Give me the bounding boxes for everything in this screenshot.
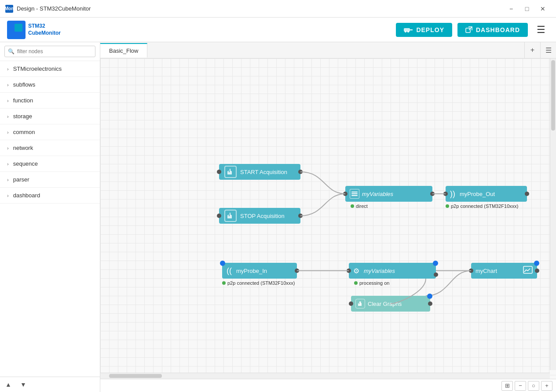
search-icon: 🔍 [8,48,15,54]
tab-basic-flow[interactable]: Basic_Flow [100,43,147,58]
node-myvariables-top[interactable]: myVariables [345,186,432,202]
main-layout: 🔍 › STMicroelectronics › subflows › func… [0,42,556,392]
right-port[interactable] [525,192,529,196]
status-dot [354,281,358,285]
app-icon: Mon [5,5,13,13]
sidebar-item-function[interactable]: › function [0,93,100,109]
node-clear-graphs[interactable]: Clear Graphs [351,296,430,312]
node-myvariables-bottom[interactable]: ⚙ myVariables [349,263,436,279]
left-port[interactable] [349,301,353,306]
sidebar-item-sequence[interactable]: › sequence [0,156,100,172]
node-myprobe-in[interactable]: (( myProbe_In [222,263,297,279]
hand-small-icon [355,299,365,309]
sidebar-item-label: dashboard [13,192,40,199]
svg-rect-2 [404,28,410,32]
status-text: p2p connected (STM32F10xxx) [451,203,518,209]
window-controls: − □ ✕ [503,2,551,15]
sidebar-item-stmicroelectronics[interactable]: › STMicroelectronics [0,61,100,77]
tab-bar: Basic_Flow + ☰ [100,42,556,58]
sidebar-item-subflows[interactable]: › subflows [0,77,100,93]
sidebar-up-button[interactable]: ▲ [2,379,15,390]
arrow-icon: › [7,193,9,198]
blue-dot-vars-bottom[interactable] [433,261,438,266]
arrow-icon: › [7,161,9,167]
hscroll-thumb[interactable] [109,374,162,378]
left-port[interactable] [343,192,348,196]
arrow-icon: › [7,177,9,182]
sidebar-down-button[interactable]: ▼ [17,379,30,390]
left-port[interactable] [469,269,473,273]
node-myprobe-out[interactable]: )) myProbe_Out [446,186,527,202]
left-port[interactable] [217,214,221,218]
gear-icon: ⚙ [353,267,359,275]
window-title: Design - STM32CubeMonitor [17,5,500,12]
dashboard-button[interactable]: DASHBOARD [457,23,528,37]
add-tab-button[interactable]: + [524,42,540,58]
right-port[interactable] [295,269,299,273]
node-stop-acquisition[interactable]: STOP Acquisition [219,208,300,224]
toolbar: STM32 CubeMonitor DEPLOY DASHBOARD ☰ [0,18,556,42]
flow-canvas[interactable]: START Acquisition STOP Acquisition [100,58,556,379]
sidebar-footer: ▲ ▼ [0,377,100,392]
minimize-button[interactable]: − [503,2,519,15]
node-myvariables-bottom-status: processing on [354,280,390,286]
status-dot [351,204,354,208]
arrow-icon: › [7,130,9,135]
node-label: myVariables [362,191,393,197]
svg-point-4 [405,31,406,33]
sidebar-item-storage[interactable]: › storage [0,109,100,124]
left-port[interactable] [347,269,351,273]
node-myprobe-in-status: p2p connected (STM32F10xxx) [222,280,295,286]
sidebar-item-network[interactable]: › network [0,140,100,156]
status-text: direct [356,203,368,209]
node-myprobe-out-status: p2p connected (STM32F10xxx) [446,203,518,209]
blue-dot-chart[interactable] [534,261,539,266]
close-button[interactable]: ✕ [535,2,551,15]
vertical-scrollbar[interactable] [550,58,556,370]
node-mychart[interactable]: myChart [471,263,537,279]
horizontal-scrollbar[interactable] [100,373,550,379]
sidebar-item-parser[interactable]: › parser [0,172,100,188]
map-button[interactable]: ⊞ [501,381,513,391]
right-port[interactable] [298,170,303,174]
arrow-icon: › [7,98,9,103]
node-myvariables-top-status: direct [351,203,368,209]
menu-button[interactable]: ☰ [533,22,549,37]
right-port[interactable] [535,269,539,273]
zoom-reset-button[interactable]: ○ [528,381,539,391]
vscroll-thumb[interactable] [551,60,555,131]
zoom-out-button[interactable]: − [515,381,526,391]
sidebar-item-label: subflows [13,81,36,88]
node-label: myProbe_In [236,268,267,274]
sidebar-item-label: function [13,97,33,104]
arrow-icon: › [7,114,9,119]
blue-dot-probe-in[interactable] [220,261,225,266]
sidebar-item-label: STMicroelectronics [13,65,62,72]
right-port[interactable] [430,192,435,196]
svg-rect-8 [523,266,532,273]
sidebar-item-label: network [13,145,33,151]
list-tabs-button[interactable]: ☰ [540,42,556,58]
left-port[interactable] [217,170,221,174]
maximize-button[interactable]: □ [519,2,535,15]
search-input[interactable] [4,46,95,57]
node-label: START Acquisition [240,169,287,175]
right-port[interactable] [298,214,303,218]
deploy-button[interactable]: DEPLOY [396,23,452,37]
sidebar-item-dashboard[interactable]: › dashboard [0,188,100,203]
right-port-bottom[interactable] [434,272,438,277]
node-label: STOP Acquisition [240,213,285,219]
status-text: processing on [359,280,390,286]
node-start-acquisition[interactable]: START Acquisition [219,164,300,180]
zoom-in-button[interactable]: + [541,381,552,391]
blue-dot-clear[interactable] [427,294,432,299]
logo: STM32 CubeMonitor [7,21,61,39]
sidebar-nav: › STMicroelectronics › subflows › functi… [0,61,100,377]
sidebar-item-label: sequence [13,160,38,167]
wifi-left-icon: (( [227,266,232,276]
sidebar-item-common[interactable]: › common [0,124,100,140]
left-port[interactable] [443,192,448,196]
right-port[interactable] [428,301,432,306]
sidebar-item-label: common [13,129,35,135]
connections-svg [100,58,556,379]
